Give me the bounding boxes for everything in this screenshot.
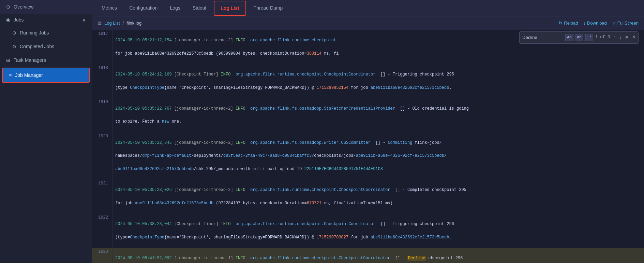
chevron-up-icon: ∧ xyxy=(82,17,86,23)
sidebar-task-managers-label: Task Managers xyxy=(14,57,46,63)
tab-configuration[interactable]: Configuration xyxy=(123,1,164,15)
breadcrumb: ▤ Log List / flink.log xyxy=(98,20,141,26)
line-content-1920: 2024-05-10 05:35:22,845 [jobmanager-io-t… xyxy=(113,133,644,180)
sidebar-item-running-jobs[interactable]: ⊙ Running Jobs xyxy=(0,26,92,40)
tab-logs[interactable]: Logs xyxy=(164,1,186,15)
line-num-1920: 1920 xyxy=(92,133,113,180)
sidebar-running-jobs-label: Running Jobs xyxy=(20,30,49,36)
reload-icon: ↻ xyxy=(559,20,563,26)
line-content-1919: 2024-05-10 05:35:22,767 [jobmanager-io-t… xyxy=(113,98,644,133)
tab-stdout[interactable]: Stdout xyxy=(186,1,212,15)
sidebar-overview-label: Overview xyxy=(14,4,33,10)
match-case-btn[interactable]: Aa xyxy=(565,34,573,41)
job-manager-icon: ≡ xyxy=(9,72,12,78)
tab-thread-dump[interactable]: Thread Dump xyxy=(248,1,289,15)
log-row-1921: 1921 2024-05-10 05:35:23,026 [jobmanager… xyxy=(92,180,644,214)
sidebar-completed-jobs-label: Completed Jobs xyxy=(20,44,54,49)
log-row-1920: 1920 2024-05-10 05:35:22,845 [jobmanager… xyxy=(92,133,644,180)
sidebar: ⊙ Overview ◉ Jobs ∧ ⊙ Running Jobs ⊙ Com… xyxy=(0,0,92,263)
sidebar-jobs-label: Jobs xyxy=(14,17,24,23)
overview-icon: ⊙ xyxy=(6,4,10,10)
breadcrumb-parent[interactable]: Log List xyxy=(104,20,120,26)
regex-btn[interactable]: .* xyxy=(585,34,593,41)
search-count: 1 of 3 xyxy=(595,34,610,41)
main-content: Metrics Configuration Logs Stdout Log Li… xyxy=(92,0,644,263)
line-num-1918: 1918 xyxy=(92,64,113,98)
breadcrumb-icon: ▤ xyxy=(98,20,102,26)
log-content[interactable]: Aa ab .* 1 of 3 ↑ ↓ ≡ × 1917 2024-05-10 … xyxy=(92,30,644,263)
log-row-1919: 1919 2024-05-10 05:35:22,767 [jobmanager… xyxy=(92,98,644,133)
line-num-1922: 1922 xyxy=(92,214,113,248)
tab-bar: Metrics Configuration Logs Stdout Log Li… xyxy=(92,0,644,16)
breadcrumb-bar: ▤ Log List / flink.log ↻ Reload ↓ Downlo… xyxy=(92,16,644,30)
running-jobs-icon: ⊙ xyxy=(12,30,16,36)
reload-button[interactable]: ↻ Reload xyxy=(559,20,578,26)
download-button[interactable]: ↓ Download xyxy=(584,20,607,26)
sidebar-item-overview[interactable]: ⊙ Overview xyxy=(0,0,92,14)
line-num-1923: 1923 xyxy=(92,248,113,263)
search-close-btn[interactable]: × xyxy=(632,33,635,42)
sidebar-item-job-manager[interactable]: ≡ Job Manager xyxy=(2,68,90,83)
line-num-1921: 1921 xyxy=(92,180,113,214)
fullscreen-icon: ⤢ xyxy=(612,20,616,26)
search-input[interactable] xyxy=(522,35,563,40)
task-managers-icon: ⊞ xyxy=(6,57,10,63)
log-row-1922: 1922 2024-05-10 05:38:23,044 [Checkpoint… xyxy=(92,214,644,248)
completed-jobs-icon: ⊙ xyxy=(12,44,16,49)
line-content-1921: 2024-05-10 05:35:23,026 [jobmanager-io-t… xyxy=(113,180,644,214)
breadcrumb-separator: / xyxy=(123,20,124,26)
line-content-1923: 2024-05-10 05:41:52,092 [jobmanager-io-t… xyxy=(113,248,644,263)
sidebar-item-completed-jobs[interactable]: ⊙ Completed Jobs xyxy=(0,40,92,53)
search-prev-btn[interactable]: ↑ xyxy=(612,34,616,41)
line-content-1922: 2024-05-10 05:38:23,044 [Checkpoint Time… xyxy=(113,214,644,248)
fullscreen-button[interactable]: ⤢ FullScreen xyxy=(612,20,639,26)
log-row-1918: 1918 2024-05-10 05:24:12,169 [Checkpoint… xyxy=(92,64,644,98)
jobs-icon: ◉ xyxy=(6,17,10,23)
sidebar-item-task-managers[interactable]: ⊞ Task Managers xyxy=(0,53,92,67)
breadcrumb-actions: ↻ Reload ↓ Download ⤢ FullScreen xyxy=(559,20,639,26)
tab-metrics[interactable]: Metrics xyxy=(95,1,123,15)
tab-log-list[interactable]: Log List xyxy=(214,1,246,16)
whole-word-btn[interactable]: ab xyxy=(575,34,583,41)
download-icon: ↓ xyxy=(584,20,586,26)
search-overlay: Aa ab .* 1 of 3 ↑ ↓ ≡ × xyxy=(519,31,639,44)
search-next-btn[interactable]: ↓ xyxy=(618,34,623,41)
line-num-1917: 1917 xyxy=(92,30,113,64)
log-row-1923: 1923 2024-05-10 05:41:52,092 [jobmanager… xyxy=(92,248,644,263)
sidebar-job-manager-label: Job Manager xyxy=(15,72,43,78)
search-split-btn[interactable]: ≡ xyxy=(625,34,629,41)
line-num-1919: 1919 xyxy=(92,98,113,133)
breadcrumb-current: flink.log xyxy=(126,20,141,26)
line-content-1918: 2024-05-10 05:24:12,169 [Checkpoint Time… xyxy=(113,64,644,98)
sidebar-jobs-section[interactable]: ◉ Jobs ∧ xyxy=(0,14,92,26)
